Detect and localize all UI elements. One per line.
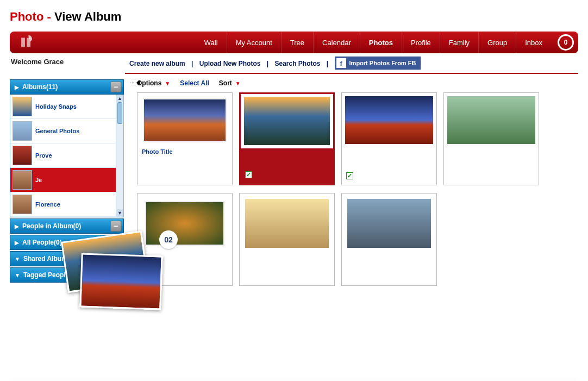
upload-photos-link[interactable]: Upload New Photos xyxy=(199,60,261,67)
sidebar: ▶ Albums(11) − ▲ ▼ Holiday SnapsGeneral … xyxy=(10,78,124,286)
content-area: Options ▼ Select All Sort ▼ Photo Title✓… xyxy=(124,78,578,286)
album-label: Holiday Snaps xyxy=(35,103,77,110)
album-list: ▲ ▼ Holiday SnapsGeneral PhotosProveJeFl… xyxy=(10,95,124,217)
nav-item-family[interactable]: Family xyxy=(440,32,478,53)
page-title: Photo - View Album xyxy=(10,10,578,24)
sub-nav: Create new album | Upload New Photos | S… xyxy=(125,55,578,74)
search-photos-link[interactable]: Search Photos xyxy=(274,60,320,67)
chevron-right-icon: ▶ xyxy=(15,84,19,90)
photo-card[interactable]: ✓ xyxy=(341,92,437,185)
sidebar-section-tagged-people[interactable]: ▼ Tagged People(25) + xyxy=(10,267,124,283)
album-item[interactable]: Florence xyxy=(10,192,123,217)
album-item[interactable]: Je xyxy=(10,168,123,192)
album-thumbnail xyxy=(12,97,32,116)
expand-toggle[interactable]: + xyxy=(110,270,121,280)
album-label: Prove xyxy=(35,152,52,159)
collapse-toggle[interactable]: − xyxy=(110,237,121,248)
nav-item-profile[interactable]: Profile xyxy=(402,32,440,53)
sidebar-section-shared-album[interactable]: ▼ Shared Album(15) + xyxy=(10,251,124,266)
nav-item-inbox[interactable]: Inbox xyxy=(516,32,551,53)
scroll-thumb[interactable] xyxy=(117,102,122,124)
nav-item-wall[interactable]: Wall xyxy=(196,32,227,53)
welcome-text: Welcome Grace xyxy=(10,55,125,74)
checkbox-checked-icon[interactable]: ✓ xyxy=(245,171,252,178)
photo-card[interactable]: ✓ xyxy=(239,92,335,185)
sidebar-section-people-in-album[interactable]: ▶ People in Album(0) − xyxy=(10,218,124,234)
album-label: Je xyxy=(35,177,42,183)
options-dropdown[interactable]: Options ▼ xyxy=(137,79,170,87)
scroll-down-icon[interactable]: ▼ xyxy=(116,209,123,217)
album-thumbnail xyxy=(12,170,32,190)
collapse-toggle[interactable]: − xyxy=(110,221,121,232)
album-thumbnail xyxy=(12,195,32,214)
page-title-main: View Album xyxy=(54,10,121,23)
scroll-up-icon[interactable]: ▲ xyxy=(116,95,123,102)
app-logo[interactable] xyxy=(14,32,41,53)
import-fb-button[interactable]: f Import Photos From FB xyxy=(335,57,421,70)
album-thumbnail xyxy=(12,146,32,165)
album-item[interactable]: General Photos xyxy=(10,119,123,143)
album-label: Florence xyxy=(35,201,60,208)
photo-card[interactable] xyxy=(443,92,539,185)
photo-card[interactable] xyxy=(137,193,233,286)
dropdown-icon: ▼ xyxy=(165,80,170,86)
import-fb-label: Import Photos From FB xyxy=(349,60,416,66)
nav-item-photos[interactable]: Photos xyxy=(360,32,402,53)
photo-thumbnail xyxy=(141,96,229,144)
photo-thumbnail xyxy=(245,199,329,248)
nav-item-my-account[interactable]: My Account xyxy=(227,32,281,53)
album-thumbnail xyxy=(12,121,32,141)
photo-card[interactable]: Photo Title xyxy=(137,92,233,185)
album-item[interactable]: Holiday Snaps xyxy=(10,95,123,119)
photo-caption[interactable]: Photo Title xyxy=(137,147,232,156)
sidebar-section-all-people[interactable]: ▶ All People(0) − xyxy=(10,235,124,250)
scrollbar[interactable]: ▲ ▼ xyxy=(116,95,123,217)
top-nav: WallMy AccountTreeCalendarPhotosProfileF… xyxy=(10,32,578,53)
nav-item-tree[interactable]: Tree xyxy=(281,32,313,53)
page-title-prefix: Photo - xyxy=(10,10,54,23)
dropdown-icon: ▼ xyxy=(235,80,241,86)
photo-card[interactable] xyxy=(239,193,335,286)
photo-thumbnail xyxy=(244,97,330,145)
expand-toggle[interactable]: + xyxy=(110,253,121,264)
inbox-badge[interactable]: 0 xyxy=(558,34,574,51)
nav-item-group[interactable]: Group xyxy=(478,32,516,53)
facebook-icon: f xyxy=(336,58,346,68)
sort-dropdown[interactable]: Sort ▼ xyxy=(219,79,241,87)
photo-card[interactable] xyxy=(341,193,437,286)
collapse-toggle[interactable]: − xyxy=(110,82,121,92)
chevron-down-icon: ▼ xyxy=(15,272,20,278)
sidebar-section-albums[interactable]: ▶ Albums(11) − xyxy=(10,79,124,95)
photo-thumbnail xyxy=(447,96,535,144)
photo-thumbnail xyxy=(143,199,227,248)
create-album-link[interactable]: Create new album xyxy=(129,60,185,67)
photo-thumbnail xyxy=(347,199,431,248)
checkbox-checked-icon[interactable]: ✓ xyxy=(346,172,353,179)
photo-thumbnail xyxy=(345,96,433,144)
chevron-right-icon: ▶ xyxy=(15,223,19,229)
nav-item-calendar[interactable]: Calendar xyxy=(313,32,360,53)
chevron-right-icon: ▶ xyxy=(15,240,19,246)
album-item[interactable]: Prove xyxy=(10,143,123,168)
chevron-down-icon: ▼ xyxy=(15,256,20,262)
album-label: General Photos xyxy=(35,128,79,134)
select-all-button[interactable]: Select All xyxy=(180,79,209,87)
grid-toolbar: Options ▼ Select All Sort ▼ xyxy=(137,78,578,92)
